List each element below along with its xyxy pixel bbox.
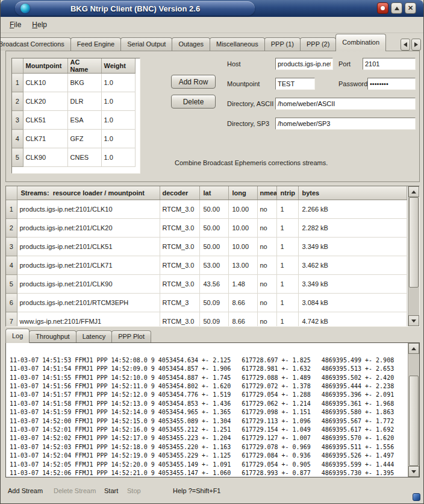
top-tab-bar: Broadcast Corrections Feed Engine Serial… [1,34,401,51]
menu-help[interactable]: Help [26,19,52,31]
directory-ascii-input[interactable] [275,98,416,110]
scroll-down-button[interactable] [408,466,419,477]
row-number[interactable]: 3 [6,238,17,256]
scroll-up-button[interactable] [408,343,419,354]
stream-row[interactable]: 5 products.igs-ip.net:2101/CLK90 RTCM_3.… [6,275,407,294]
cell-nmea: no [257,294,276,312]
log-line: 11-03-07 14:51:55 FFMJ1 PPP 14:52:10.0 9… [10,374,407,382]
titlebar[interactable]: BKG Ntrip Client (BNC) Version 2.6 ✕ [1,0,423,17]
tab-serial-output[interactable]: Serial Output [120,37,172,51]
window-title: BKG Ntrip Client (BNC) Version 2.6 [30,4,255,13]
cell-nmea: no [257,312,276,327]
cell-mountpoint: CLK71 [23,130,67,148]
stream-row[interactable]: 2 products.igs-ip.net:2101/CLK20 RTCM_3.… [6,219,407,238]
close-button[interactable]: ✕ [405,2,416,14]
streams-header-ntrip[interactable]: ntrip [276,186,298,200]
row-number[interactable]: 1 [12,74,23,92]
triangle-down-icon [411,470,416,473]
streams-header-nmea[interactable]: nmea [257,186,276,200]
combination-header-mountpoint[interactable]: Mountpoint [23,58,67,74]
combination-row[interactable]: 1 CLK10 BKG 1.0 [12,74,135,92]
row-number[interactable]: 2 [12,92,23,111]
tab-scroll-right-button[interactable] [411,39,421,51]
port-input[interactable] [363,58,416,70]
tab-scroll-buttons [401,39,421,51]
row-number[interactable]: 5 [6,275,17,294]
minimize-icon [381,6,385,10]
row-number[interactable]: 6 [6,294,17,312]
streams-scrollbar[interactable] [408,186,419,326]
host-input[interactable] [275,58,333,70]
add-row-button[interactable]: Add Row [171,75,216,89]
scrollbar-thumb[interactable] [409,376,419,466]
tab-broadcast-corrections[interactable]: Broadcast Corrections [1,37,71,51]
delete-button[interactable]: Delete [171,95,216,109]
minimize-button[interactable] [377,2,388,14]
resize-grip[interactable] [413,493,420,501]
tab-ppp-2[interactable]: PPP (2) [300,37,336,51]
log-view[interactable]: 11-03-07 14:51:53 FFMJ1 PPP 14:52:08.0 9… [5,342,420,477]
cell-ntrip: 1 [276,294,298,312]
tab-throughput[interactable]: Throughput [29,330,76,342]
streams-header-main[interactable]: Streams: resource loader / mountpoint [17,186,160,200]
row-number[interactable]: 3 [12,111,23,130]
cell-mountpoint: products.igs-ip.net:2101/CLK10 [17,200,160,219]
streams-header-lat[interactable]: lat [199,186,228,200]
cell-ntrip: 1 [276,312,298,327]
cell-decoder: RTCM_3.0 [160,219,199,238]
combination-row[interactable]: 5 CLK90 CNES 1.0 [12,148,135,167]
tab-combination[interactable]: Combination [335,34,386,51]
row-number[interactable]: 7 [6,312,17,327]
maximize-button[interactable] [391,2,402,14]
cell-ac-name: DLR [67,92,101,111]
bnc-window: BKG Ntrip Client (BNC) Version 2.6 ✕ Fil… [0,0,424,504]
tab-miscellaneous[interactable]: Miscellaneous [210,37,265,51]
row-number[interactable]: 2 [6,219,17,238]
row-number[interactable]: 4 [12,130,23,148]
stream-row[interactable]: 7 www.igs-ip.net:2101/FFMJ1 RTCM_3.0 50.… [6,312,407,327]
maximize-icon [394,7,399,10]
tab-latency[interactable]: Latency [76,330,113,342]
stop-button: Stop [127,487,141,494]
row-number[interactable]: 5 [12,148,23,167]
cell-ntrip: 1 [276,219,298,238]
combination-row[interactable]: 3 CLK51 ESA 1.0 [12,111,135,130]
mountpoint-label: Mountpoint [227,78,260,90]
help-button[interactable]: Help ?=Shift+F1 [173,487,221,494]
row-number[interactable]: 4 [6,256,17,275]
stream-row[interactable]: 6 products.igs-ip.net:2101/RTCM3EPH RTCM… [6,294,407,312]
tab-log[interactable]: Log [5,329,30,343]
combination-header-ac-name[interactable]: AC Name [67,58,101,74]
stream-row[interactable]: 1 products.igs-ip.net:2101/CLK10 RTCM_3.… [6,200,407,219]
mountpoint-input[interactable] [275,78,315,90]
menu-file[interactable]: File [4,19,26,31]
cell-lat: 50.09 [199,294,228,312]
streams-header-decoder[interactable]: decoder [160,186,199,200]
stream-row[interactable]: 3 products.igs-ip.net:2101/CLK51 RTCM_3.… [6,238,407,256]
directory-sp3-input[interactable] [275,118,416,130]
tab-feed-engine[interactable]: Feed Engine [70,37,121,51]
combination-row[interactable]: 4 CLK71 GFZ 1.0 [12,130,135,148]
scroll-up-button[interactable] [408,186,419,197]
scroll-down-button[interactable] [408,315,419,326]
start-button[interactable]: Start [104,487,118,494]
stream-row[interactable]: 4 products.igs-ip.net:2101/CLK71 RTCM_3.… [6,256,407,275]
combination-header-weight[interactable]: Weight [101,58,135,74]
cell-weight: 1.0 [101,92,135,111]
streams-header-long[interactable]: long [228,186,257,200]
cell-mountpoint: CLK90 [23,148,67,167]
combination-header-row: Mountpoint AC Name Weight [12,58,135,74]
log-line: 11-03-07 14:51:58 FFMJ1 PPP 14:52:13.0 9… [10,400,407,408]
scrollbar-thumb[interactable] [409,197,419,288]
cell-long: 8.66 [228,294,257,312]
password-input[interactable] [367,78,416,90]
tab-ppp-1[interactable]: PPP (1) [264,37,301,51]
row-number[interactable]: 1 [6,200,17,219]
tab-ppp-plot[interactable]: PPP Plot [111,330,151,342]
add-stream-button[interactable]: Add Stream [8,487,43,494]
tab-outages[interactable]: Outages [172,37,210,51]
log-scrollbar[interactable] [408,343,419,477]
tab-scroll-left-button[interactable] [401,39,410,51]
combination-row[interactable]: 2 CLK20 DLR 1.0 [12,92,135,111]
streams-header-bytes[interactable]: bytes [298,186,407,200]
